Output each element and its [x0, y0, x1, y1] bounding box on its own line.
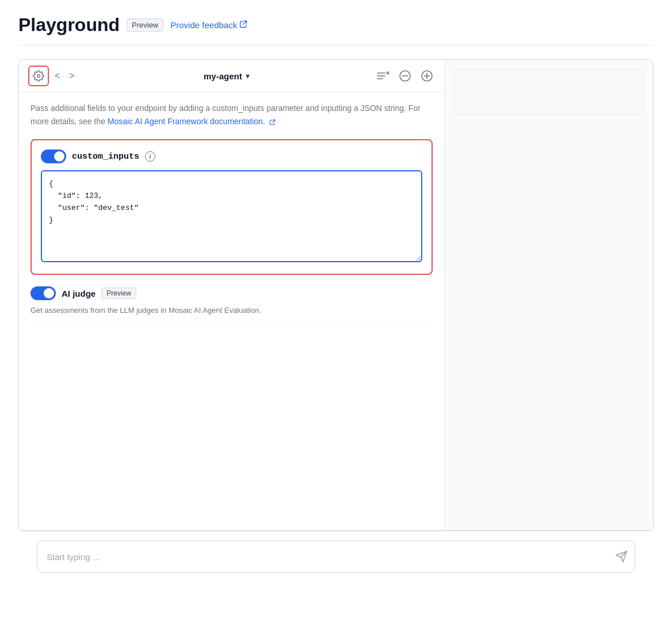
ai-judge-toggle-slider: [30, 286, 56, 300]
custom-inputs-label: custom_inputs: [72, 152, 139, 162]
ai-judge-description: Get assessments from the LLM judges in M…: [30, 305, 433, 316]
framework-docs-link[interactable]: Mosaic AI Agent Framework documentation.: [108, 117, 276, 126]
page-container: Playground Preview Provide feedback: [0, 0, 672, 596]
clear-all-button[interactable]: [375, 68, 391, 84]
chevron-down-icon: ▾: [246, 71, 250, 81]
input-placeholder: Start typing ...: [47, 552, 100, 562]
nav-forward-button[interactable]: >: [66, 68, 78, 83]
send-icon: [615, 550, 628, 563]
ai-judge-preview-tag: Preview: [101, 288, 136, 299]
feedback-link[interactable]: Provide feedback: [170, 20, 247, 30]
right-panel: [445, 60, 653, 530]
nav-back-button[interactable]: <: [51, 68, 63, 83]
right-placeholder: [454, 69, 644, 115]
ai-judge-header: AI judge Preview: [30, 286, 433, 300]
external-icon-small: [269, 117, 276, 126]
info-icon[interactable]: i: [145, 151, 155, 162]
toolbar-left: < >: [28, 66, 78, 86]
toolbar: < > my-agent ▾: [19, 60, 444, 93]
chevron-right-icon: >: [69, 71, 74, 81]
bottom-input-area: Start typing ...: [18, 531, 654, 582]
expand-button[interactable]: [419, 68, 435, 84]
settings-button[interactable]: [28, 66, 49, 86]
page-title: Playground: [18, 14, 120, 36]
svg-point-0: [37, 75, 40, 78]
agent-name: my-agent: [204, 71, 242, 81]
chat-input-box: Start typing ...: [37, 541, 635, 573]
right-panel-content: [445, 60, 653, 530]
minus-circle-icon: [399, 70, 411, 82]
settings-panel: Pass additional fields to your endpoint …: [19, 93, 444, 530]
collapse-button[interactable]: [397, 68, 413, 84]
custom-inputs-toggle[interactable]: [41, 150, 66, 163]
main-content: < > my-agent ▾: [18, 59, 654, 531]
clear-lines-icon: [377, 71, 390, 81]
send-button[interactable]: [615, 550, 628, 563]
toolbar-right: [375, 68, 435, 84]
plus-circle-icon: [421, 70, 433, 82]
ai-judge-toggle[interactable]: [30, 286, 56, 300]
json-input[interactable]: { "id": 123, "user": "dev_test" }: [41, 170, 422, 262]
ai-judge-label: AI judge: [62, 289, 96, 298]
description-text: Pass additional fields to your endpoint …: [30, 102, 433, 128]
left-panel: < > my-agent ▾: [19, 60, 445, 530]
gear-icon: [33, 70, 44, 82]
agent-selector[interactable]: my-agent ▾: [199, 69, 254, 83]
preview-badge: Preview: [127, 18, 163, 32]
feedback-label: Provide feedback: [170, 20, 237, 30]
custom-inputs-section: custom_inputs i { "id": 123, "user": "de…: [30, 139, 433, 275]
toolbar-center: my-agent ▾: [78, 69, 375, 83]
custom-inputs-toggle-row: custom_inputs i: [41, 150, 422, 163]
chevron-left-icon: <: [55, 71, 60, 81]
toggle-slider: [41, 150, 66, 163]
ai-judge-section: AI judge Preview Get assessments from th…: [30, 286, 433, 326]
page-header: Playground Preview Provide feedback: [18, 14, 654, 45]
external-link-icon: [239, 20, 247, 30]
